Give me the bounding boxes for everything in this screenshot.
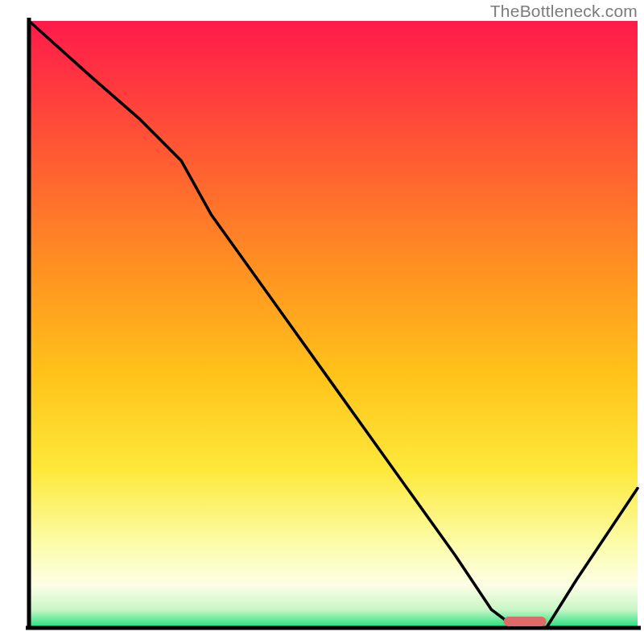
chart-container: TheBottleneck.com bbox=[0, 0, 644, 644]
optimal-zone-marker bbox=[504, 617, 547, 626]
watermark-text: TheBottleneck.com bbox=[490, 2, 638, 21]
bottleneck-chart bbox=[0, 0, 644, 644]
gradient-background bbox=[29, 21, 638, 628]
